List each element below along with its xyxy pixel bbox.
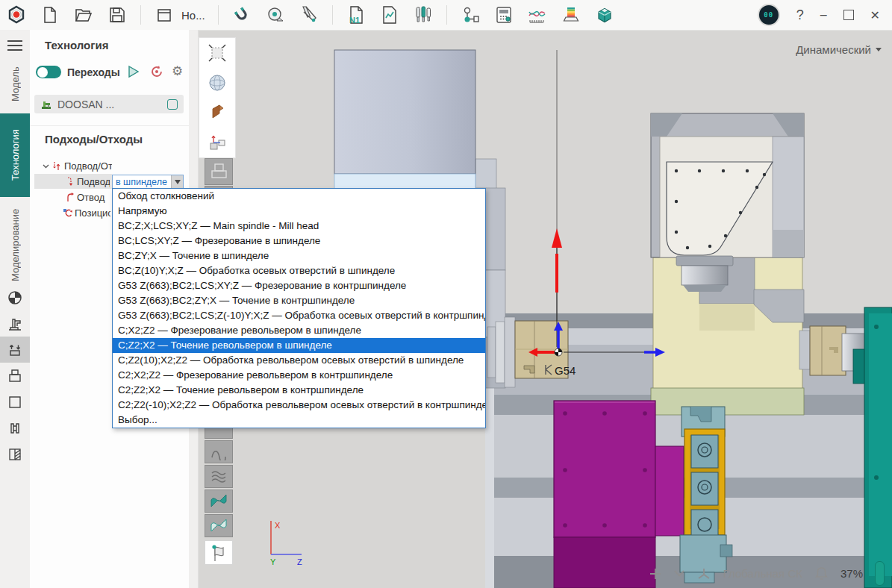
dropdown-item[interactable]: C;Z2(10);X2;Z2 — Обработка револьвером о… (113, 353, 485, 368)
reset-simulation-button[interactable] (149, 64, 164, 82)
tab-model[interactable]: Модель (0, 58, 30, 110)
approach-scheme-combobox[interactable]: в шпинделе (112, 175, 184, 189)
machine-node-button[interactable] (205, 158, 233, 185)
tools-library-button[interactable] (413, 4, 434, 25)
machine-visibility-checkbox[interactable] (167, 99, 178, 110)
chevron-down-icon[interactable] (674, 570, 684, 577)
retract-icon (66, 193, 75, 202)
view-sphere-button[interactable] (199, 68, 235, 98)
stock-definition-icon[interactable] (0, 337, 30, 363)
dropdown-item[interactable]: Выбор... (113, 413, 485, 428)
fixture-icon[interactable] (0, 415, 30, 441)
caliper-button[interactable] (299, 4, 319, 25)
curve-display-button[interactable] (205, 440, 233, 463)
run-simulation-button[interactable] (125, 64, 140, 82)
combobox-dropdown-button[interactable] (171, 175, 183, 188)
tree-retract-label: Отвод (77, 192, 111, 203)
chevron-down-icon[interactable] (43, 163, 49, 169)
dropdown-item[interactable]: Напрямую (113, 204, 485, 219)
machine-item[interactable]: DOOSAN ... (34, 95, 184, 113)
dropdown-item[interactable]: G53 Z(663);BC2;LCS;XY;Z — Фрезерование в… (113, 278, 485, 293)
viewport-toolbar (199, 37, 236, 158)
combobox-value: в шпинделе (113, 177, 171, 187)
tab-modeling[interactable]: Моделирование (0, 200, 30, 290)
csys-triad-icon[interactable] (696, 566, 711, 581)
csys-label[interactable]: Глобальная СК (723, 567, 802, 580)
section-title: Подходы/Отходы (45, 133, 143, 146)
report-button[interactable] (379, 4, 400, 25)
assistant-bot-icon[interactable]: 00 (758, 4, 780, 26)
toolbar-separator (332, 5, 333, 25)
camera-mode-label: Динамический (796, 43, 871, 56)
stock-pillar[interactable] (334, 50, 475, 189)
calculator-button[interactable] (493, 4, 514, 25)
add-icon[interactable] (649, 567, 662, 581)
nc-label: N1 (349, 16, 360, 25)
approach-scheme-dropdown-list: Обход столкновений Напрямую BC;Z;X;LCS;X… (112, 188, 486, 428)
tree-group-label: Подвод/Отвод (64, 160, 112, 172)
dropdown-item[interactable]: BC;ZY;X — Точение в шпинделе (113, 248, 485, 263)
measure-tape-button[interactable] (265, 4, 286, 25)
tab-technology[interactable]: Технология (0, 113, 30, 197)
tree-positioning-row[interactable]: Позиционирование (30, 207, 112, 219)
dropdown-item[interactable]: C2;X2;Z2 — Фрезерование револьвером в ко… (113, 368, 485, 383)
maximize-button[interactable] (843, 10, 854, 20)
app-logo (6, 4, 27, 25)
machine-setup-icon[interactable] (0, 310, 30, 337)
part-definition-icon[interactable] (0, 363, 30, 389)
new-document-button[interactable] (40, 4, 60, 25)
minimize-button[interactable]: – (820, 8, 827, 22)
settings-gear-icon[interactable]: ⚙ (172, 63, 183, 79)
approach-retract-icon (52, 161, 61, 171)
local-cs-button[interactable] (199, 128, 235, 157)
transitions-toggle[interactable] (36, 66, 61, 78)
camera-mode-dropdown[interactable]: Динамический (796, 43, 882, 56)
panel-title: Технология (45, 39, 108, 51)
flag-display-button[interactable] (205, 540, 233, 565)
tree-retract-row[interactable]: Отвод (30, 191, 112, 204)
dropdown-item-selected[interactable]: C;Z2;X2 — Точение револьвером в шпинделе (113, 338, 485, 353)
plane-icon[interactable] (0, 389, 30, 415)
select-region-button[interactable] (199, 38, 235, 68)
save-button[interactable] (107, 4, 128, 25)
notifications-bell-icon[interactable] (814, 566, 829, 581)
close-button[interactable]: ✕ (870, 8, 880, 22)
simulation-route-button[interactable] (460, 4, 481, 25)
zoom-level[interactable]: 37% (840, 567, 863, 580)
application-window: G54 X Y Z (0, 0, 892, 588)
tree-approach-row[interactable]: Подвод (34, 174, 112, 189)
axis-z-label: Z (297, 557, 302, 566)
surface-wave-light-button[interactable] (205, 514, 233, 537)
dropdown-item[interactable]: Обход столкновений (113, 189, 485, 204)
snap-magnet-button[interactable] (231, 4, 252, 25)
help-button[interactable]: ? (796, 7, 804, 23)
workpiece-zero-icon[interactable] (0, 284, 30, 310)
material-box-button[interactable] (594, 4, 615, 25)
waves-display-button[interactable] (205, 465, 233, 488)
surface-display-button[interactable] (199, 98, 235, 128)
section-view-icon[interactable] (0, 441, 30, 467)
surface-wave-button[interactable] (205, 490, 233, 513)
turret-tool-block[interactable] (680, 407, 732, 583)
new-window-label[interactable]: Но... (181, 9, 205, 22)
progress-pill[interactable] (875, 561, 885, 586)
dropdown-item[interactable]: BC;Z;X;LCS;XY;Z — Main spindle - Mill he… (113, 219, 485, 234)
new-window-icon[interactable] (154, 4, 175, 25)
hidden-button-remainder[interactable] (205, 428, 233, 439)
dropdown-item[interactable]: C;X2;Z2 — Фрезерование револьвером в шпи… (113, 323, 485, 338)
tree-group-row[interactable]: Подвод/Отвод (30, 160, 189, 172)
menu-burger-icon[interactable] (7, 37, 22, 54)
dropdown-item[interactable]: C2;Z2;X2 — Точение револьвером в контршп… (113, 383, 485, 398)
dropdown-item[interactable]: BC;LCS;XY;Z — Фрезерование в шпинделе (113, 234, 485, 248)
wcs-label: G54 (555, 364, 576, 377)
analysis-chart-button[interactable] (527, 4, 548, 25)
dropdown-item[interactable]: G53 Z(663);BC2;ZY;X — Точение в контршпи… (113, 293, 485, 308)
chevron-down-icon (175, 180, 181, 184)
open-folder-button[interactable] (73, 4, 94, 25)
transitions-label: Переходы (67, 66, 120, 78)
dropdown-item[interactable]: C2;Z2(-10);X2;Z2 — Обработка револьвером… (113, 398, 485, 413)
dropdown-item[interactable]: G53 Z(663);BC2;LCS;Z(-10)Y;X;Z — Обработ… (113, 308, 485, 323)
nc-code-button[interactable]: N1 (346, 4, 367, 25)
additive-stack-button[interactable] (561, 4, 581, 25)
dropdown-item[interactable]: BC;Z(10)Y;X;Z — Обработка осевых отверст… (113, 263, 485, 278)
